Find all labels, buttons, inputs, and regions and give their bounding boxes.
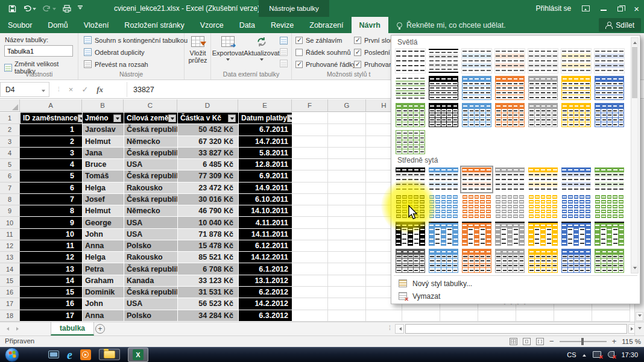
table-style-light-1[interactable]	[396, 49, 425, 73]
volume-icon[interactable]: ✕	[608, 351, 614, 358]
table-cell[interactable]: Bruce	[82, 159, 124, 170]
table-style-medium-16[interactable]	[429, 222, 458, 246]
zoom-in-button[interactable]: +	[612, 339, 617, 345]
row-header-18[interactable]: 18	[0, 310, 20, 322]
empty-cell[interactable]	[516, 310, 554, 322]
table-style-medium-8[interactable]	[396, 195, 425, 219]
table-cell[interactable]: 14.7.2011	[238, 136, 292, 148]
table-header-cell[interactable]: ID zaměstnance	[20, 113, 82, 124]
table-cell[interactable]: 14.12.2011	[238, 252, 292, 263]
table-style-medium-28[interactable]	[595, 249, 624, 273]
empty-cell[interactable]	[554, 310, 592, 322]
table-cell[interactable]: Polsko	[124, 310, 177, 322]
row-header-17[interactable]: 17	[0, 298, 20, 310]
start-button[interactable]	[5, 348, 19, 362]
checkbox-posledni-sl[interactable]	[354, 49, 361, 56]
table-cell[interactable]: 14.11.2011	[238, 229, 292, 240]
table-cell[interactable]: 77 309 Kč	[177, 170, 238, 182]
save-button[interactable]	[8, 5, 16, 13]
cancel-entry-icon[interactable]: ×	[69, 85, 74, 94]
table-cell[interactable]: 6.7.2011	[238, 124, 292, 136]
table-style-light-19[interactable]	[528, 103, 558, 127]
clock[interactable]: 17:30	[621, 351, 638, 358]
checkbox-pruhovane[interactable]	[354, 61, 361, 68]
table-style-light-15[interactable]	[396, 103, 425, 127]
table-cell[interactable]: 10 040 Kč	[177, 217, 238, 228]
empty-cell[interactable]	[328, 240, 366, 252]
table-style-medium-18[interactable]	[495, 222, 525, 246]
table-cell[interactable]: 15	[20, 287, 82, 298]
table-cell[interactable]: 50 452 Kč	[177, 124, 238, 136]
table-style-medium-23[interactable]	[429, 249, 458, 273]
table-cell[interactable]: 85 521 Kč	[177, 252, 238, 263]
tab-navrh[interactable]: Návrh	[352, 17, 388, 33]
empty-cell[interactable]	[328, 310, 366, 322]
empty-cell[interactable]	[328, 136, 366, 148]
table-cell[interactable]: 7	[20, 194, 82, 205]
gallery-scrollbar[interactable]	[631, 37, 639, 273]
filter-button[interactable]	[168, 114, 176, 122]
gallery-resize-handle[interactable]: • • • •	[391, 301, 640, 307]
table-style-light-5[interactable]	[528, 49, 558, 73]
zoom-out-button[interactable]: −	[549, 339, 554, 345]
media-player-icon[interactable]	[80, 349, 91, 360]
clear-style-item[interactable]: Vymazat	[393, 290, 639, 302]
table-cell[interactable]: 33 123 Kč	[177, 275, 238, 287]
table-cell[interactable]: 14.10.2011	[238, 205, 292, 217]
table-cell[interactable]: Josef	[82, 194, 124, 205]
table-cell[interactable]: Rakousko	[124, 183, 177, 194]
table-style-medium-24[interactable]	[462, 249, 491, 273]
empty-cell[interactable]	[292, 148, 328, 159]
table-style-medium-4[interactable]	[495, 167, 525, 192]
empty-cell[interactable]	[292, 229, 328, 240]
table-header-cell[interactable]: Jméno	[82, 113, 124, 124]
table-style-light-18[interactable]	[495, 103, 525, 127]
empty-cell[interactable]	[328, 217, 366, 228]
table-style-medium-21[interactable]	[595, 222, 624, 246]
empty-cell[interactable]	[328, 170, 366, 182]
table-cell[interactable]: USA	[124, 217, 177, 228]
zoom-level[interactable]: 115 %	[622, 338, 641, 345]
sheet-tab-tabulka[interactable]: tabulka	[51, 322, 94, 335]
table-style-light-13[interactable]	[561, 76, 591, 100]
empty-cell[interactable]	[292, 217, 328, 228]
table-cell[interactable]: Jana	[82, 148, 124, 159]
language-indicator[interactable]: CS	[567, 351, 576, 358]
horizontal-scrollbar[interactable]	[405, 324, 627, 334]
checkbox-se-zahlavim[interactable]	[295, 37, 303, 44]
empty-cell[interactable]	[292, 113, 328, 124]
empty-cell[interactable]	[292, 310, 328, 322]
table-cell[interactable]: Jaroslav	[82, 124, 124, 136]
normal-view-button[interactable]	[510, 338, 517, 345]
empty-cell[interactable]	[328, 159, 366, 170]
empty-cell[interactable]	[292, 240, 328, 252]
column-header-G[interactable]: G	[328, 99, 366, 111]
table-cell[interactable]: 67 320 Kč	[177, 136, 238, 148]
tab-rozlozeni-stranky[interactable]: Rozložení stránky	[116, 17, 192, 33]
checkbox-radek-souhrnu[interactable]	[295, 49, 303, 56]
row-header-16[interactable]: 16	[0, 287, 20, 298]
empty-cell[interactable]	[292, 287, 328, 298]
empty-cell[interactable]	[478, 310, 516, 322]
undo-button[interactable]	[23, 5, 36, 12]
table-cell[interactable]: 16	[20, 298, 82, 310]
table-cell[interactable]: Německo	[124, 136, 177, 148]
sign-in-link[interactable]: Přihlásit se	[536, 4, 572, 13]
table-style-medium-26[interactable]	[528, 249, 558, 273]
table-cell[interactable]: Rakousko	[124, 252, 177, 263]
excel-taskbar-button[interactable]: X	[128, 348, 148, 362]
empty-cell[interactable]	[402, 310, 440, 322]
row-header-7[interactable]: 7	[0, 183, 20, 194]
option-se-zahlavim[interactable]: Se záhlavím	[295, 37, 356, 44]
redo-button[interactable]	[43, 5, 56, 12]
option-radek-souhrnu[interactable]: Řádek souhrnů	[295, 49, 356, 56]
column-header-F[interactable]: F	[292, 99, 328, 111]
prev-sheet-button[interactable]	[5, 327, 9, 331]
table-cell[interactable]: 33 827 Kč	[177, 148, 238, 159]
table-style-light-12[interactable]	[528, 76, 558, 100]
empty-cell[interactable]	[328, 113, 366, 124]
internet-explorer-icon[interactable]: e	[67, 349, 72, 360]
minimize-button[interactable]	[601, 10, 607, 11]
empty-cell[interactable]	[292, 124, 328, 136]
tab-soubor[interactable]: Soubor	[0, 17, 40, 33]
